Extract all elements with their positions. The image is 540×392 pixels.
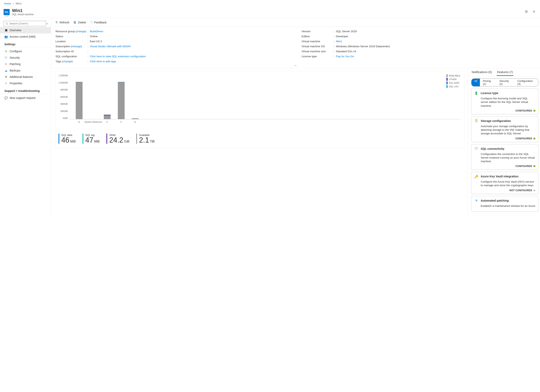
feature-card-azure-key-vault-integration[interactable]: 🔑Azure Key Vault integrationConfigure th… bbox=[471, 172, 538, 194]
breadcrumb-current: Win1 bbox=[16, 2, 22, 5]
pill-security-2-[interactable]: Security (2) bbox=[496, 79, 515, 86]
change-link[interactable]: change bbox=[63, 60, 72, 63]
essentials-key: Virtual machine OS bbox=[302, 45, 334, 48]
metric-sql-log: SQL log47MiB bbox=[83, 133, 100, 144]
sidebar-item-label: New support request bbox=[10, 96, 35, 99]
sidebar-section-support: Support + troubleshooting bbox=[0, 87, 51, 94]
sidebar: « 🔳Overview👥Access control (IAM) Setting… bbox=[0, 18, 51, 216]
essentials-value: Visual Studio Ultimate with MSDN bbox=[88, 45, 290, 48]
storage-chart-card: 1,200GiB1,000GiB800GiB600GiB400GiB200GiB… bbox=[55, 71, 464, 148]
essentials-value-link[interactable]: BookDemo bbox=[90, 30, 103, 33]
sidebar-item-backups[interactable]: ☁Backups bbox=[0, 67, 51, 74]
feature-title: SQL connectivity bbox=[481, 147, 504, 150]
essentials-key: Subscription ID bbox=[55, 50, 88, 53]
feature-card-sql-connectivity[interactable]: 🛡SQL connectivityConfiguration the conne… bbox=[471, 144, 538, 170]
delete-button[interactable]: 🗑Delete bbox=[73, 20, 86, 24]
toolbar: ↻Refresh 🗑Delete ♡Feedback bbox=[51, 18, 540, 27]
feature-status: CONFIGURED bbox=[474, 137, 535, 140]
feature-card-storage-configuration[interactable]: 🗄Storage configurationAutomate your stor… bbox=[471, 116, 538, 142]
essentials-value-link[interactable]: Pay As You Go bbox=[336, 55, 354, 58]
storage-bar-chart: 1,200GiB1,000GiB800GiB600GiB400GiB200GiB… bbox=[59, 74, 460, 126]
sidebar-item-label: Backups bbox=[10, 69, 20, 72]
sidebar-section-settings: Settings bbox=[0, 40, 51, 47]
chart-legend: AVAILABLEOTHERSQL DATASQL LOG bbox=[446, 74, 460, 89]
feature-description: Establish a maintenance window for an Az… bbox=[481, 204, 535, 208]
breadcrumb: Home › Win1 bbox=[0, 0, 540, 7]
essentials-key: Subscription (change) bbox=[55, 45, 88, 48]
close-button[interactable] bbox=[532, 9, 536, 15]
feedback-button[interactable]: ♡Feedback bbox=[90, 20, 107, 24]
metric-other: Other24.2GiB bbox=[106, 133, 130, 144]
feature-title: License type bbox=[481, 92, 498, 95]
feature-card-automated-patching[interactable]: ✳Automated patchingEstablish a maintenan… bbox=[471, 196, 538, 212]
sidebar-item-additional-features[interactable]: ⚙Additional features bbox=[0, 74, 51, 80]
sidebar-item-security[interactable]: 🛡Security bbox=[0, 54, 51, 61]
essentials-value: BookDemo bbox=[88, 30, 290, 33]
page-title: Win1 bbox=[12, 8, 524, 13]
filter-pills: AllPricing (2)Security (2)Configuration … bbox=[471, 78, 538, 87]
essentials: Resource group (change)BookDemoStatusOnl… bbox=[51, 27, 540, 65]
collapse-essentials-button[interactable]: ︽ bbox=[295, 64, 297, 67]
pin-button[interactable] bbox=[524, 9, 529, 15]
overview-icon: 🔳 bbox=[5, 29, 8, 32]
sidebar-item-label: Properties bbox=[10, 82, 22, 85]
tab-notifications[interactable]: Notifications (0) bbox=[471, 70, 492, 76]
sidebar-item-label: Overview bbox=[10, 29, 21, 32]
additional-features-icon: ⚙ bbox=[5, 75, 8, 78]
essentials-key: Status bbox=[55, 35, 88, 38]
sidebar-item-overview[interactable]: 🔳Overview bbox=[0, 27, 51, 34]
resource-type-icon: SQL bbox=[4, 9, 10, 15]
essentials-key: License type bbox=[302, 55, 334, 58]
essentials-value: Win1 bbox=[334, 40, 535, 43]
feature-status: CONFIGURED bbox=[474, 109, 535, 112]
feature-title: Azure Key Vault integration bbox=[481, 175, 519, 178]
backups-icon: ☁ bbox=[5, 69, 8, 72]
feature-status: CONFIGURED bbox=[474, 165, 535, 167]
essentials-key: SQL configuration bbox=[55, 55, 88, 58]
essentials-key: Virtual machine bbox=[302, 40, 334, 43]
sidebar-item-configure[interactable]: ⚙Configure bbox=[0, 48, 51, 54]
sidebar-item-access-control-iam-[interactable]: 👥Access control (IAM) bbox=[0, 34, 51, 40]
feature-icon: ✳ bbox=[474, 199, 478, 203]
essentials-value-link[interactable]: Click here to view SQL extension configu… bbox=[90, 55, 146, 58]
sidebar-collapse-button[interactable]: « bbox=[46, 22, 49, 25]
sidebar-item-new-support-request[interactable]: 💬New support request bbox=[0, 95, 51, 101]
change-link[interactable]: change bbox=[76, 30, 85, 33]
refresh-button[interactable]: ↻Refresh bbox=[55, 20, 69, 24]
essentials-key: Version bbox=[302, 30, 334, 33]
metric-available: Available2.1TiB bbox=[136, 133, 155, 144]
feature-icon: 🗄 bbox=[474, 119, 478, 123]
security-icon: 🛡 bbox=[5, 56, 8, 59]
metric-sql-data: SQL data46MiB bbox=[59, 133, 76, 144]
feature-icon: 💲 bbox=[474, 91, 478, 95]
feature-description: Configure the licensing model and SQL se… bbox=[481, 97, 535, 108]
essentials-value-link[interactable]: Click here to add tags bbox=[90, 60, 116, 63]
patching-icon: ✳ bbox=[5, 63, 8, 66]
sidebar-item-properties[interactable]: ⦀Properties bbox=[0, 80, 51, 87]
refresh-icon: ↻ bbox=[55, 20, 58, 24]
pill-pricing-2-[interactable]: Pricing (2) bbox=[480, 79, 496, 86]
feature-status: NOT CONFIGURED bbox=[474, 189, 535, 192]
pill-configuration-3-[interactable]: Configuration (3) bbox=[515, 79, 538, 86]
sidebar-item-label: Access control (IAM) bbox=[10, 35, 35, 38]
feature-card-license-type[interactable]: 💲License typeConfigure the licensing mod… bbox=[471, 88, 538, 114]
tab-features[interactable]: Features (7) bbox=[497, 70, 513, 76]
page-header: SQL Win1 SQL virtual machine bbox=[0, 7, 540, 18]
breadcrumb-home[interactable]: Home bbox=[4, 2, 11, 5]
new-support-request-icon: 💬 bbox=[5, 96, 8, 99]
sidebar-item-label: Patching bbox=[10, 63, 20, 66]
essentials-value-link[interactable]: Visual Studio Ultimate with MSDN bbox=[90, 45, 131, 48]
feature-description: Configure the Azure Key Vault (AKV) serv… bbox=[481, 180, 535, 187]
essentials-value: Online bbox=[88, 35, 290, 38]
sidebar-item-label: Configure bbox=[10, 50, 22, 53]
essentials-key: Edition bbox=[302, 35, 334, 38]
pill-all[interactable]: All bbox=[471, 79, 480, 86]
feature-title: Storage configuration bbox=[481, 119, 511, 122]
sidebar-item-patching[interactable]: ✳Patching bbox=[0, 61, 51, 67]
essentials-key: Resource group (change) bbox=[55, 30, 88, 33]
change-link[interactable]: change bbox=[72, 45, 81, 48]
features-pane: Notifications (0) Features (7) AllPricin… bbox=[468, 68, 540, 216]
access-control-iam--icon: 👥 bbox=[5, 35, 8, 38]
sidebar-search-input[interactable] bbox=[4, 21, 46, 26]
essentials-value-link[interactable]: Win1 bbox=[336, 40, 342, 43]
